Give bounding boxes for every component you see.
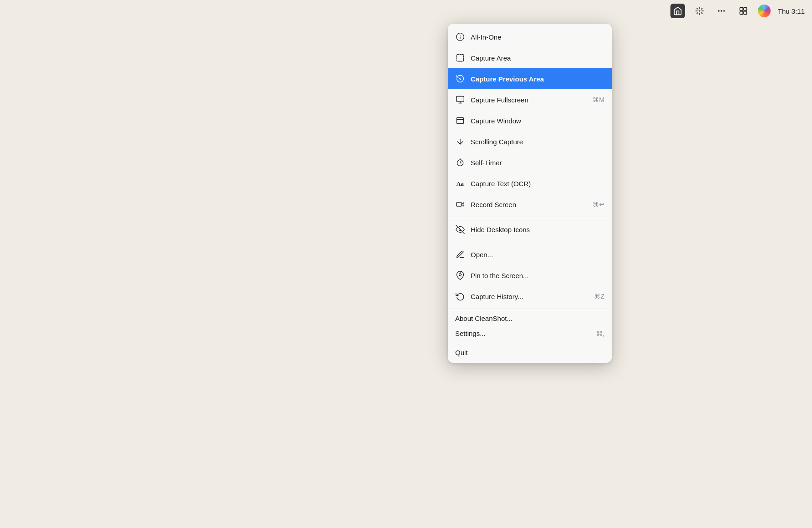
svg-point-0 xyxy=(699,10,700,11)
svg-point-10 xyxy=(721,10,722,11)
svg-point-9 xyxy=(718,10,719,11)
menu-item-capture-history[interactable]: Capture History... ⌘Z xyxy=(448,286,612,307)
control-center-menubar-icon[interactable] xyxy=(736,4,751,18)
menu-item-about[interactable]: About CleanShot... xyxy=(448,311,612,326)
svg-rect-14 xyxy=(740,11,743,15)
capture-previous-area-label: Capture Previous Area xyxy=(471,75,604,83)
menu-item-record-screen[interactable]: Record Screen ⌘↩ xyxy=(448,194,612,215)
dropdown-menu: All-In-One Capture Area Capture Previous… xyxy=(448,24,612,363)
pen-icon xyxy=(455,249,465,259)
cleanshot-menubar-icon[interactable] xyxy=(670,4,685,18)
pin-icon xyxy=(455,270,465,280)
menubar-time: Thu 3:11 xyxy=(778,7,805,15)
svg-rect-29 xyxy=(457,203,462,206)
svg-rect-24 xyxy=(457,117,464,123)
open-label: Open... xyxy=(471,251,604,259)
svg-point-11 xyxy=(723,10,725,11)
svg-rect-13 xyxy=(744,8,747,11)
menu-item-open[interactable]: Open... xyxy=(448,244,612,265)
svg-rect-21 xyxy=(457,96,464,102)
menu-item-capture-fullscreen[interactable]: Capture Fullscreen ⌘M xyxy=(448,89,612,110)
menu-item-all-in-one[interactable]: All-In-One xyxy=(448,26,612,47)
window-icon xyxy=(455,116,465,126)
dashed-square-icon xyxy=(455,53,465,63)
text-ocr-icon: Aa xyxy=(455,178,465,188)
quit-label: Quit xyxy=(455,349,468,356)
siri-icon[interactable] xyxy=(758,5,771,17)
self-timer-label: Self-Timer xyxy=(471,159,604,167)
menu-item-settings[interactable]: Settings... ⌘, xyxy=(448,326,612,341)
svg-point-32 xyxy=(459,274,462,276)
svg-line-6 xyxy=(701,13,702,14)
svg-rect-12 xyxy=(740,8,743,11)
scroll-down-icon xyxy=(455,137,465,147)
record-screen-label: Record Screen xyxy=(471,201,587,208)
capture-fullscreen-label: Capture Fullscreen xyxy=(471,96,587,104)
timer-icon xyxy=(455,157,465,168)
menu-item-self-timer[interactable]: Self-Timer xyxy=(448,152,612,173)
settings-shortcut: ⌘, xyxy=(596,330,604,337)
capture-area-label: Capture Area xyxy=(471,54,604,62)
pin-to-screen-label: Pin to the Screen... xyxy=(471,272,604,279)
eye-off-icon xyxy=(455,224,465,234)
menu-item-capture-window[interactable]: Capture Window xyxy=(448,110,612,131)
menu-item-hide-desktop-icons[interactable]: Hide Desktop Icons xyxy=(448,219,612,240)
hide-desktop-icons-label: Hide Desktop Icons xyxy=(471,226,604,234)
svg-line-5 xyxy=(697,8,698,9)
svg-point-20 xyxy=(459,78,461,79)
menu-item-quit[interactable]: Quit xyxy=(448,345,612,360)
capture-history-shortcut: ⌘Z xyxy=(594,293,604,300)
capture-window-label: Capture Window xyxy=(471,117,604,125)
svg-rect-19 xyxy=(457,55,464,61)
more-menubar-icon[interactable] xyxy=(714,4,729,18)
svg-rect-15 xyxy=(744,11,747,15)
history-icon xyxy=(455,291,465,301)
svg-line-8 xyxy=(701,8,702,9)
menu-item-capture-previous-area[interactable]: Capture Previous Area xyxy=(448,68,612,89)
divider-2 xyxy=(448,242,612,242)
menu-item-capture-text[interactable]: Aa Capture Text (OCR) xyxy=(448,173,612,194)
capture-history-label: Capture History... xyxy=(471,293,589,300)
video-icon xyxy=(455,199,465,209)
monitor-icon xyxy=(455,95,465,105)
about-label: About CleanShot... xyxy=(455,315,513,322)
menu-item-capture-area[interactable]: Capture Area xyxy=(448,47,612,68)
svg-marker-30 xyxy=(462,203,464,206)
menu-item-scrolling-capture[interactable]: Scrolling Capture xyxy=(448,131,612,152)
capture-fullscreen-shortcut: ⌘M xyxy=(593,96,604,103)
divider-3 xyxy=(448,309,612,309)
settings-label: Settings... xyxy=(455,330,486,337)
scrolling-capture-label: Scrolling Capture xyxy=(471,138,604,146)
refresh-area-icon xyxy=(455,74,465,84)
menu-item-pin-to-screen[interactable]: Pin to the Screen... xyxy=(448,265,612,286)
all-in-one-label: All-In-One xyxy=(471,33,604,41)
capture-text-label: Capture Text (OCR) xyxy=(471,180,604,188)
menubar: Thu 3:11 xyxy=(621,0,812,22)
record-screen-shortcut: ⌘↩ xyxy=(593,201,604,208)
svg-text:Aa: Aa xyxy=(457,180,464,187)
svg-line-7 xyxy=(697,13,698,14)
divider-4 xyxy=(448,343,612,343)
divider-1 xyxy=(448,217,612,217)
sparkle-menubar-icon[interactable] xyxy=(692,4,707,18)
info-circle-icon xyxy=(455,32,465,42)
